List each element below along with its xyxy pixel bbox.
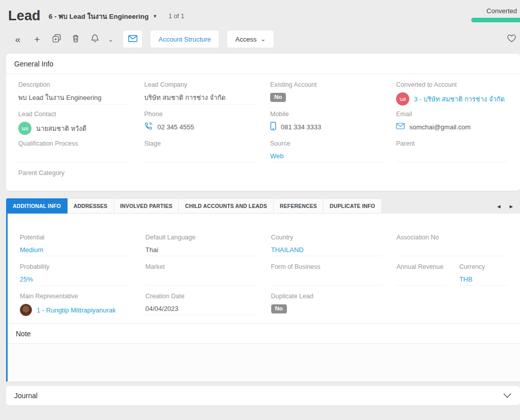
toolbar: « +: [8, 29, 520, 49]
field-default-language: Default Language Thai: [138, 229, 264, 258]
mobile-number[interactable]: 081 334 3333: [281, 123, 321, 131]
record-name: 6 - พบ Lead ในงาน Engineering: [49, 11, 149, 22]
tab-next-icon[interactable]: ▸: [509, 203, 513, 209]
field-lead-contact: Lead Contact นห นายสมชาติ หวังดี: [11, 106, 137, 135]
field-label: Source: [270, 140, 382, 147]
tab-prev-icon[interactable]: ◂: [497, 203, 501, 209]
copy-icon: [52, 33, 61, 45]
field-value[interactable]: บริษัท สมชาติ การช่าง จำกัด: [144, 92, 256, 104]
field-label: Main Representative: [20, 293, 131, 300]
tab-involved-parties[interactable]: INVOLVED PARTIES: [114, 198, 179, 214]
potential-link[interactable]: Medium: [20, 246, 43, 254]
field-value[interactable]: [397, 245, 508, 256]
field-probability: Probability 25%: [13, 258, 138, 288]
field-value[interactable]: Thai: [145, 245, 256, 256]
email-address[interactable]: somchai@gmail.com: [409, 123, 471, 131]
favorite-button[interactable]: [504, 30, 519, 48]
currency-link[interactable]: THB: [459, 275, 472, 283]
status-converted: Converted: [471, 6, 520, 22]
no-badge: No: [271, 304, 287, 313]
tab-additional-info[interactable]: ADDITIONAL INFO: [6, 198, 68, 214]
copy-button[interactable]: [47, 30, 66, 48]
field-label: Stage: [144, 140, 256, 147]
record-dropdown-icon[interactable]: ▼: [153, 14, 157, 19]
field-value[interactable]: [271, 274, 382, 286]
tab-child-accounts-and-leads[interactable]: CHILD ACCOUNTS AND LEADS: [179, 198, 273, 214]
field-phone: Phone 02 345 4555: [137, 106, 263, 135]
no-badge: No: [270, 93, 286, 102]
field-value[interactable]: [397, 274, 445, 286]
field-lead-company: Lead Company บริษัท สมชาติ การช่าง จำกัด: [137, 76, 263, 106]
field-value: บส 3 - บริษัท สมชาติ การช่าง จำกัด: [396, 92, 508, 106]
add-button[interactable]: +: [27, 30, 47, 48]
status-progress-bar: [471, 18, 520, 22]
representative-link[interactable]: 1 - Rungtip Mittrapiyanurak: [37, 306, 116, 314]
field-value[interactable]: 04/04/2023: [145, 304, 256, 315]
record-selector[interactable]: 6 - พบ Lead ในงาน Engineering ▼: [49, 11, 157, 22]
account-structure-button[interactable]: Account Structure: [150, 30, 219, 48]
lead-contact-name[interactable]: นายสมชาติ หวังดี: [36, 123, 86, 134]
page-title: Lead: [8, 8, 41, 24]
mobile-icon: [270, 122, 276, 132]
field-qualification-process: Qualification Process: [11, 135, 137, 164]
access-button[interactable]: Access ⌄: [227, 30, 274, 48]
send-email-button[interactable]: [123, 30, 142, 48]
field-label: Country: [271, 234, 382, 241]
page-header: Lead 6 - พบ Lead ในงาน Engineering ▼ 1 o…: [0, 0, 520, 49]
record-pagination: 1 of 1: [169, 13, 184, 20]
field-label: Form of Business: [271, 263, 382, 270]
field-existing-account: Existing Account No: [263, 76, 389, 106]
field-value[interactable]: [18, 181, 130, 188]
general-info-card: General Info Description พบ Lead ในงาน E…: [6, 54, 520, 191]
field-value[interactable]: [144, 151, 256, 162]
phone-icon: [144, 122, 153, 132]
field-label: Currency: [459, 263, 508, 270]
field-creation-date: Creation Date 04/04/2023: [138, 288, 264, 317]
heart-icon: [507, 34, 516, 44]
journal-expand-button[interactable]: [503, 393, 512, 399]
tab-addresses[interactable]: ADDRESSES: [68, 198, 114, 214]
field-label: Parent: [396, 140, 508, 147]
source-link[interactable]: Web: [270, 152, 284, 160]
mail-icon: [128, 34, 138, 44]
field-value[interactable]: [18, 151, 130, 162]
field-source: Source Web: [263, 135, 389, 164]
field-potential: Potential Medium: [13, 229, 138, 258]
field-description: Description พบ Lead ในงาน Engineering: [11, 76, 137, 106]
representative-avatar: [20, 304, 32, 316]
notification-dropdown-button[interactable]: ⌄: [105, 30, 117, 48]
collapse-button[interactable]: «: [8, 30, 27, 48]
tab-duplicate-info[interactable]: DUPLICATE INFO: [323, 198, 381, 214]
field-label: Duplicate Lead: [271, 293, 382, 300]
chevron-down-icon: ⌄: [261, 36, 266, 43]
field-converted-to-account: Converted to Account บส 3 - บริษัท สมชาต…: [389, 76, 515, 106]
probability-link[interactable]: 25%: [20, 275, 33, 283]
field-value: 02 345 4555: [144, 122, 256, 133]
general-info-fields: Description พบ Lead ในงาน Engineering Le…: [6, 74, 520, 191]
field-label: Lead Company: [144, 81, 256, 88]
field-form-of-business: Form of Business: [264, 258, 389, 288]
notification-button[interactable]: [85, 30, 105, 48]
phone-number[interactable]: 02 345 4555: [157, 123, 194, 131]
field-value[interactable]: [396, 151, 508, 162]
email-icon: [396, 123, 405, 131]
tab-references[interactable]: REFERENCES: [274, 198, 323, 214]
converted-account-link[interactable]: 3 - บริษัท สมชาติ การช่าง จำกัด: [414, 94, 505, 104]
delete-button[interactable]: [66, 30, 85, 48]
field-label: Annual Revenue: [397, 263, 445, 270]
tab-bar: ADDITIONAL INFO ADDRESSES INVOLVED PARTI…: [6, 198, 520, 214]
country-link[interactable]: THAILAND: [271, 246, 304, 254]
field-label: Qualification Process: [18, 140, 130, 147]
field-value[interactable]: พบ Lead ในงาน Engineering: [18, 92, 130, 104]
contact-avatar: นห: [18, 122, 31, 135]
field-value: No: [270, 92, 382, 103]
field-label: Default Language: [145, 234, 256, 241]
field-market: Market: [138, 258, 264, 288]
title-row: Lead 6 - พบ Lead ในงาน Engineering ▼ 1 o…: [8, 8, 520, 24]
field-annual-revenue: Annual Revenue: [389, 258, 452, 288]
note-body[interactable]: [8, 344, 520, 381]
journal-card[interactable]: Journal: [6, 386, 520, 405]
field-label: Email: [396, 111, 508, 118]
field-value[interactable]: [145, 274, 256, 286]
field-value: somchai@gmail.com: [396, 122, 508, 133]
